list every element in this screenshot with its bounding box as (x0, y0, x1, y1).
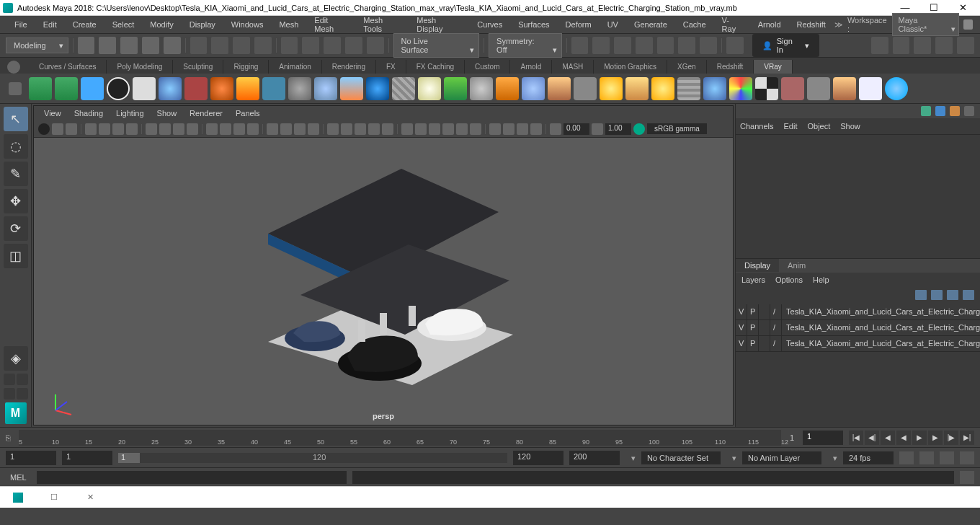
panel-icon[interactable] (964, 106, 974, 116)
vp-exposure-icon[interactable] (550, 123, 561, 135)
panel-icon[interactable] (921, 106, 931, 116)
shelf-icon[interactable] (885, 77, 908, 100)
anim-start-field[interactable]: 1 (6, 451, 56, 465)
shelf-icon[interactable] (340, 77, 363, 100)
vp-icon[interactable] (517, 123, 528, 135)
layer-vis-toggle[interactable]: V (736, 304, 747, 319)
layer-menu-layers[interactable]: Layers (741, 275, 765, 284)
cmd-language-label[interactable]: MEL (6, 473, 31, 482)
shelf-icon[interactable] (859, 77, 882, 100)
layer-vis-toggle[interactable]: V (736, 336, 747, 351)
toggle-attr-icon[interactable] (893, 37, 910, 54)
menu-edit[interactable]: Edit (36, 17, 64, 32)
anim-end-field[interactable]: 200 (569, 451, 620, 465)
vp-grid-icon[interactable] (206, 123, 218, 135)
playback-start-field[interactable]: 1 (62, 451, 112, 465)
tab-object[interactable]: Object (807, 122, 830, 131)
layer-color[interactable] (759, 336, 770, 351)
render-setup-icon[interactable] (678, 37, 695, 54)
shelf-icon[interactable] (833, 77, 856, 100)
shelf-tab-vray[interactable]: VRay (754, 60, 792, 74)
shelf-icon[interactable] (548, 77, 571, 100)
vp-icon[interactable] (470, 123, 481, 135)
taskbar-maya-icon[interactable] (0, 487, 36, 508)
shelf-tab-sculpt[interactable]: Sculpting (173, 60, 223, 74)
shelf-menu-icon[interactable] (7, 61, 20, 74)
shelf-icon[interactable] (807, 77, 830, 100)
time-ruler[interactable]: 5101520253035404550556065707580859095100… (19, 430, 781, 446)
vp-icon[interactable] (401, 123, 413, 135)
viewport-3d[interactable]: persp (34, 138, 733, 425)
vp-menu-lighting[interactable]: Lighting (110, 107, 150, 119)
shelf-icon[interactable] (288, 77, 311, 100)
range-track[interactable]: 1 120 (118, 453, 507, 463)
vp-icon[interactable] (66, 123, 77, 135)
menu-redshift[interactable]: Redshift (790, 17, 833, 32)
vp-icon[interactable] (187, 123, 198, 135)
select-edge-icon[interactable] (233, 37, 250, 54)
vp-icon[interactable] (280, 123, 292, 135)
vp-icon[interactable] (267, 123, 278, 135)
toggle-layer-icon[interactable] (957, 37, 974, 54)
ipr-icon[interactable] (592, 37, 610, 54)
layer-row[interactable]: V P / Tesla_KIA_Xiaomi_and_Lucid_Cars_at… (736, 320, 980, 336)
render-view-icon[interactable] (700, 37, 717, 54)
vp-menu-renderer[interactable]: Renderer (184, 107, 228, 119)
maya-home-icon[interactable]: M (5, 402, 27, 424)
shelf-icon[interactable] (522, 77, 545, 100)
shelf-tab-poly[interactable]: Poly Modeling (107, 60, 173, 74)
toggle-panel-icon[interactable] (726, 37, 744, 54)
vp-icon[interactable] (415, 123, 427, 135)
vp-icon[interactable] (159, 123, 171, 135)
sync-icon[interactable] (960, 451, 974, 464)
play-back-button[interactable]: ◀ (896, 431, 911, 445)
snap-point-icon[interactable] (324, 37, 341, 54)
layout-single-icon[interactable] (4, 374, 15, 385)
render-icon[interactable] (571, 37, 589, 54)
hypershade-icon[interactable] (636, 37, 653, 54)
menu-generate[interactable]: Generate (627, 17, 674, 32)
menu-windows[interactable]: Windows (224, 17, 271, 32)
shelf-tab-motion[interactable]: Motion Graphics (594, 60, 667, 74)
menu-file[interactable]: File (7, 17, 35, 32)
layer-icon[interactable] (931, 290, 943, 300)
save-scene-icon[interactable] (120, 37, 138, 54)
shelf-tab-custom[interactable]: Custom (465, 60, 510, 74)
shelf-icon[interactable] (184, 77, 208, 100)
step-forward-button[interactable]: ▶ (928, 431, 943, 445)
layout-two-icon[interactable] (4, 388, 15, 400)
shelf-icon[interactable] (470, 77, 493, 100)
vp-exposure-field[interactable]: 0.00 (564, 123, 589, 135)
shelf-icon[interactable] (81, 77, 104, 100)
shelf-icon[interactable] (133, 77, 156, 100)
layout-three-icon[interactable] (17, 388, 28, 400)
shelf-icon[interactable] (600, 77, 623, 100)
shelf-icon[interactable] (314, 77, 337, 100)
shelf-tab-curves[interactable]: Curves / Surfaces (29, 60, 107, 74)
shelf-tab-xgen[interactable]: XGen (667, 60, 707, 74)
layout-four-icon[interactable] (17, 374, 28, 385)
move-tool[interactable]: ✥ (4, 189, 28, 213)
fps-combo[interactable]: 24 fps (843, 451, 894, 464)
workspace-dropdown[interactable]: Maya Classic* ▾ (892, 13, 960, 36)
sign-in-button[interactable]: 👤 Sign In ▾ (752, 34, 820, 57)
toggle-tool-icon[interactable] (914, 37, 931, 54)
render-settings-icon[interactable] (614, 37, 631, 54)
shelf-icon[interactable] (625, 77, 649, 100)
mode-selector[interactable]: Modeling (6, 38, 68, 53)
shelf-icon[interactable] (55, 77, 78, 100)
vp-icon[interactable] (38, 123, 50, 135)
shelf-icon[interactable] (444, 77, 467, 100)
vp-xray-icon[interactable] (442, 123, 454, 135)
vp-icon[interactable] (294, 123, 306, 135)
layer-icon[interactable] (963, 290, 974, 300)
layer-cell[interactable]: / (770, 336, 782, 351)
play-forward-button[interactable]: ▶ (912, 431, 927, 445)
menu-curves[interactable]: Curves (470, 17, 509, 32)
prefs-icon[interactable] (919, 451, 934, 464)
shelf-tab-arnold[interactable]: Arnold (510, 60, 552, 74)
go-end-button[interactable]: ▶| (960, 431, 974, 445)
shelf-options-icon[interactable] (9, 82, 22, 95)
shelf-icon[interactable] (262, 77, 285, 100)
vp-viewtransform-icon[interactable] (633, 123, 645, 135)
